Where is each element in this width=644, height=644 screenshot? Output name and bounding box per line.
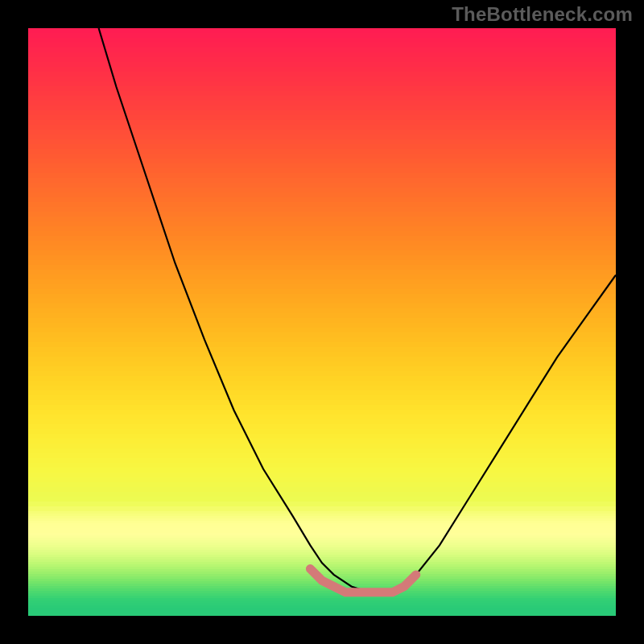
chart-stage: TheBottleneck.com: [0, 0, 644, 644]
watermark-label: TheBottleneck.com: [452, 3, 633, 26]
background-gradient: [28, 28, 616, 616]
plot-area: [28, 28, 616, 616]
